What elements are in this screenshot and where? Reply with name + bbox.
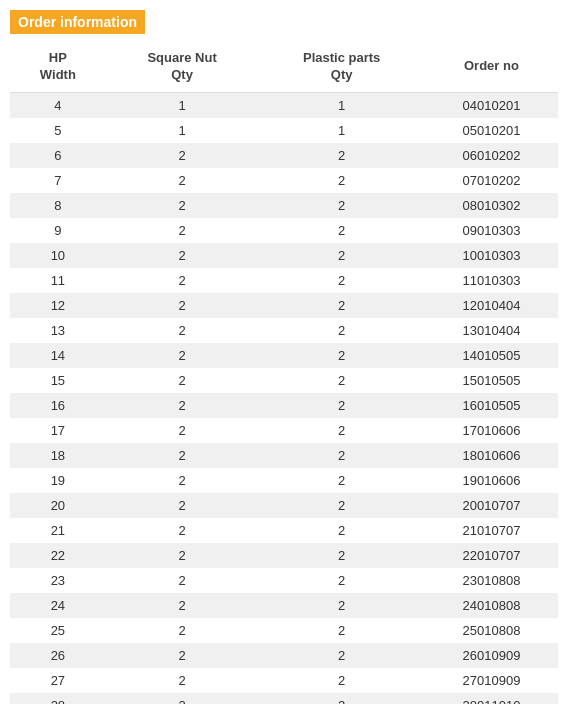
table-cell: 2	[106, 418, 259, 443]
table-cell: 2	[106, 443, 259, 468]
table-cell: 2	[258, 543, 424, 568]
table-cell: 1	[106, 92, 259, 118]
table-cell: 16	[10, 393, 106, 418]
order-table: HPWidth Square NutQty Plastic partsQty O…	[10, 42, 558, 704]
table-cell: 2	[258, 318, 424, 343]
table-cell: 2	[106, 568, 259, 593]
table-cell: 07010202	[425, 168, 558, 193]
table-cell: 16010505	[425, 393, 558, 418]
table-cell: 2	[258, 218, 424, 243]
table-row: 72207010202	[10, 168, 558, 193]
table-cell: 2	[258, 493, 424, 518]
table-cell: 2	[106, 518, 259, 543]
table-cell: 9	[10, 218, 106, 243]
table-cell: 20	[10, 493, 106, 518]
table-cell: 2	[258, 268, 424, 293]
table-cell: 19	[10, 468, 106, 493]
col-order-no: Order no	[425, 42, 558, 92]
table-cell: 28011010	[425, 693, 558, 704]
table-row: 62206010202	[10, 143, 558, 168]
table-cell: 1	[258, 92, 424, 118]
table-cell: 10	[10, 243, 106, 268]
table-cell: 15010505	[425, 368, 558, 393]
table-cell: 2	[258, 693, 424, 704]
table-cell: 2	[258, 393, 424, 418]
table-cell: 12010404	[425, 293, 558, 318]
table-row: 152215010505	[10, 368, 558, 393]
table-cell: 2	[106, 268, 259, 293]
table-row: 272227010909	[10, 668, 558, 693]
table-row: 102210010303	[10, 243, 558, 268]
table-cell: 21	[10, 518, 106, 543]
table-row: 162216010505	[10, 393, 558, 418]
table-cell: 2	[258, 443, 424, 468]
table-cell: 14	[10, 343, 106, 368]
table-cell: 2	[106, 318, 259, 343]
table-cell: 2	[258, 568, 424, 593]
table-cell: 6	[10, 143, 106, 168]
table-cell: 2	[258, 593, 424, 618]
table-cell: 26010909	[425, 643, 558, 668]
table-cell: 2	[258, 643, 424, 668]
table-cell: 2	[106, 593, 259, 618]
table-cell: 17	[10, 418, 106, 443]
table-cell: 23010808	[425, 568, 558, 593]
table-cell: 2	[258, 168, 424, 193]
table-cell: 23	[10, 568, 106, 593]
table-cell: 13	[10, 318, 106, 343]
table-cell: 2	[106, 143, 259, 168]
table-cell: 12	[10, 293, 106, 318]
table-cell: 2	[258, 293, 424, 318]
table-cell: 2	[258, 618, 424, 643]
table-row: 202220010707	[10, 493, 558, 518]
col-hp-width: HPWidth	[10, 42, 106, 92]
table-cell: 2	[106, 668, 259, 693]
table-cell: 2	[258, 518, 424, 543]
table-row: 112211010303	[10, 268, 558, 293]
table-cell: 22	[10, 543, 106, 568]
title: Order information	[10, 10, 145, 34]
table-cell: 15	[10, 368, 106, 393]
table-cell: 19010606	[425, 468, 558, 493]
table-cell: 2	[106, 643, 259, 668]
table-cell: 08010302	[425, 193, 558, 218]
table-cell: 2	[258, 368, 424, 393]
table-row: 252225010808	[10, 618, 558, 643]
table-cell: 2	[258, 143, 424, 168]
table-cell: 2	[106, 168, 259, 193]
table-row: 192219010606	[10, 468, 558, 493]
table-cell: 2	[106, 343, 259, 368]
table-cell: 2	[258, 668, 424, 693]
table-cell: 24010808	[425, 593, 558, 618]
table-cell: 2	[106, 693, 259, 704]
table-cell: 05010201	[425, 118, 558, 143]
table-cell: 22010707	[425, 543, 558, 568]
col-plastic-parts-qty: Plastic partsQty	[258, 42, 424, 92]
table-row: 172217010606	[10, 418, 558, 443]
table-cell: 27	[10, 668, 106, 693]
table-cell: 4	[10, 92, 106, 118]
table-cell: 17010606	[425, 418, 558, 443]
table-cell: 2	[106, 193, 259, 218]
table-cell: 20010707	[425, 493, 558, 518]
table-cell: 2	[106, 618, 259, 643]
table-cell: 2	[106, 368, 259, 393]
table-row: 262226010909	[10, 643, 558, 668]
table-cell: 26	[10, 643, 106, 668]
table-cell: 25	[10, 618, 106, 643]
col-square-nut-qty: Square NutQty	[106, 42, 259, 92]
table-cell: 25010808	[425, 618, 558, 643]
table-cell: 24	[10, 593, 106, 618]
table-cell: 2	[258, 418, 424, 443]
table-row: 232223010808	[10, 568, 558, 593]
table-cell: 2	[106, 243, 259, 268]
table-cell: 11010303	[425, 268, 558, 293]
table-row: 182218010606	[10, 443, 558, 468]
table-row: 282228011010	[10, 693, 558, 704]
table-cell: 18010606	[425, 443, 558, 468]
table-cell: 11	[10, 268, 106, 293]
table-cell: 1	[258, 118, 424, 143]
table-cell: 2	[106, 293, 259, 318]
table-row: 242224010808	[10, 593, 558, 618]
table-row: 212221010707	[10, 518, 558, 543]
